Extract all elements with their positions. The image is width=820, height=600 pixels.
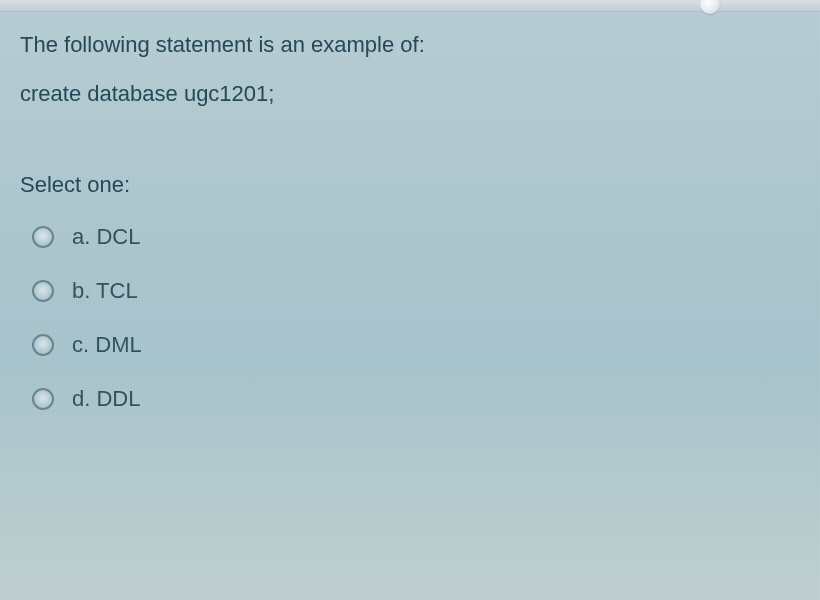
question-container: The following statement is an example of… xyxy=(0,12,820,426)
option-value: DCL xyxy=(96,224,140,249)
option-label: b. TCL xyxy=(72,278,138,304)
option-letter: d. xyxy=(72,386,90,411)
radio-icon[interactable] xyxy=(32,334,54,356)
radio-icon[interactable] xyxy=(32,388,54,410)
option-value: DDL xyxy=(96,386,140,411)
toolbar-strip xyxy=(0,0,820,12)
option-c[interactable]: c. DML xyxy=(20,318,800,372)
question-prompt: The following statement is an example of… xyxy=(20,30,800,61)
option-b[interactable]: b. TCL xyxy=(20,264,800,318)
question-code: create database ugc1201; xyxy=(20,79,800,110)
options-list: a. DCL b. TCL c. DML d. DDL xyxy=(20,210,800,426)
option-a[interactable]: a. DCL xyxy=(20,210,800,264)
option-letter: b. xyxy=(72,278,90,303)
option-value: DML xyxy=(95,332,141,357)
option-label: c. DML xyxy=(72,332,142,358)
option-d[interactable]: d. DDL xyxy=(20,372,800,426)
option-value: TCL xyxy=(96,278,138,303)
radio-icon[interactable] xyxy=(32,280,54,302)
radio-icon[interactable] xyxy=(32,226,54,248)
option-label: a. DCL xyxy=(72,224,141,250)
option-letter: a. xyxy=(72,224,90,249)
option-letter: c. xyxy=(72,332,89,357)
select-one-label: Select one: xyxy=(20,170,800,201)
option-label: d. DDL xyxy=(72,386,141,412)
